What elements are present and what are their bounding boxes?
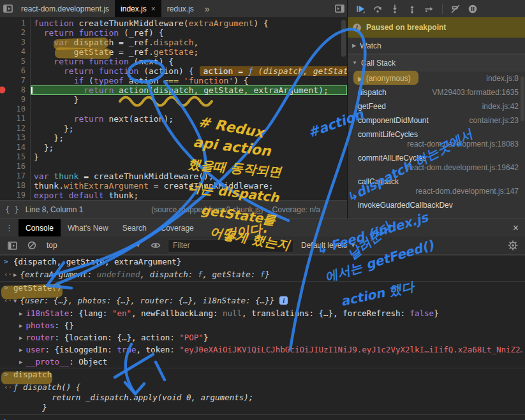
console-child-row[interactable]: ▶router: {location: {…}, action: "POP"} — [0, 331, 525, 344]
code-line-7[interactable]: 7 if (typeof action === 'function') { — [0, 76, 347, 85]
code-line-18[interactable]: 18thunk.withExtraArgument = createThunkM… — [0, 181, 347, 191]
line-number[interactable]: 6 — [0, 66, 31, 76]
console-result-row[interactable]: ‹·▶{extraArgument: undefined, dispatch: … — [0, 268, 525, 281]
drawer-tab-what-s-new[interactable]: What's New — [61, 219, 115, 236]
line-number[interactable]: 15 — [0, 152, 31, 162]
console-result-row[interactable]: ‹·▼{user: {…}, photos: {…}, router: {…},… — [0, 294, 525, 307]
clear-console-icon[interactable] — [24, 238, 40, 252]
line-number[interactable]: 7 — [0, 76, 31, 85]
file-tab[interactable]: index.js× — [115, 0, 161, 17]
line-number[interactable]: 16 — [0, 162, 31, 171]
expand-caret-icon[interactable]: ▶ — [19, 345, 22, 355]
console-sidebar-toggle-icon[interactable] — [4, 238, 20, 252]
code-line-19[interactable]: 19export default thunk; — [0, 191, 347, 200]
drawer-tab-search[interactable]: Search — [115, 219, 154, 236]
code-line-17[interactable]: 17var thunk = createThunkMiddleware(); — [0, 171, 347, 181]
callstack-frame[interactable]: commitLifeCyclesreact-dom.development.js… — [348, 127, 525, 151]
code-line-15[interactable]: 15} — [0, 152, 347, 162]
line-number[interactable]: 19 — [0, 191, 31, 200]
expand-caret-icon[interactable]: ▶ — [19, 321, 22, 331]
code-line-2[interactable]: 2 return function (_ref) { — [0, 28, 347, 38]
code-line-5[interactable]: 5 return function (next) { — [0, 57, 347, 66]
step-over-button[interactable] — [370, 2, 385, 16]
console-prompt-row[interactable]: > — [0, 414, 525, 420]
line-number[interactable]: 17 — [0, 171, 31, 181]
code-line-14[interactable]: 14 }; — [0, 143, 347, 152]
drawer-menu-icon[interactable]: ⋮ — [0, 223, 18, 233]
close-tab-icon[interactable]: × — [151, 4, 156, 13]
line-number[interactable]: 14 — [0, 143, 31, 152]
callstack-frame[interactable]: invokeGuardedCallbackDev — [348, 198, 525, 212]
log-levels-dropdown[interactable]: Default levels ▼ — [301, 241, 356, 250]
line-number[interactable]: 13 — [0, 133, 31, 143]
line-number[interactable]: 11 — [0, 114, 31, 124]
drawer-tab-coverage[interactable]: Coverage — [154, 219, 201, 236]
code-line-4[interactable]: 4 getState = _ref.getState; — [0, 47, 347, 57]
code-scrollbar[interactable] — [341, 20, 346, 57]
expand-caret-icon[interactable]: ▶ — [13, 270, 17, 280]
step-button[interactable] — [422, 2, 437, 16]
file-tab[interactable]: react-dom.development.js — [15, 0, 115, 17]
code-line-9[interactable]: 9 } — [0, 95, 347, 105]
resume-button[interactable] — [353, 2, 368, 16]
expand-caret-icon[interactable]: ▼ — [13, 296, 17, 306]
console-child-row[interactable]: ▶i18nState: {lang: "en", newFallbackLang… — [0, 307, 525, 319]
code-line-10[interactable]: 10 — [0, 105, 347, 114]
source-map-link[interactable]: 0.chunk.js — [226, 205, 261, 214]
console-result-row[interactable]: ‹·ƒ dispatch() { return _dispatch.apply(… — [0, 381, 525, 414]
filter-input[interactable] — [168, 239, 294, 252]
pause-on-exceptions-button[interactable] — [465, 2, 480, 16]
console-child-row[interactable]: ▶photos: {} — [0, 319, 525, 331]
live-expression-eye-icon[interactable] — [148, 238, 163, 252]
code-line-12[interactable]: 12 }; — [0, 124, 347, 133]
callstack-frame[interactable]: componentDidMountcontainer.js:23 — [348, 113, 525, 127]
line-number[interactable]: 9 — [0, 95, 31, 105]
step-into-button[interactable] — [387, 2, 403, 16]
console-settings-gear-icon[interactable] — [505, 238, 521, 252]
console-child-row[interactable]: ▶__proto__: Object — [0, 356, 525, 368]
expand-caret-icon[interactable]: ▶ — [19, 308, 22, 319]
line-number[interactable]: 4 — [0, 47, 31, 57]
file-tab[interactable]: redux.js — [161, 0, 200, 17]
watch-section-header[interactable]: ▶ Watch — [348, 38, 525, 54]
callstack-frame[interactable]: ▶(anonymous)index.js:8 — [348, 71, 525, 85]
close-drawer-icon[interactable]: × — [507, 222, 525, 234]
code-editor[interactable]: 1function createThunkMiddleware(extraArg… — [0, 17, 347, 200]
step-out-button[interactable] — [404, 2, 420, 16]
callstack-scrollbar[interactable] — [521, 76, 524, 121]
code-line-1[interactable]: 1function createThunkMiddleware(extraArg… — [0, 18, 347, 28]
line-number[interactable]: 5 — [0, 57, 31, 66]
code-line-11[interactable]: 11 return next(action); — [0, 114, 347, 124]
console-input-row[interactable]: >getState() — [0, 281, 525, 294]
callstack-frame[interactable]: getFeedindex.js:42 — [348, 99, 525, 113]
callstack-frame[interactable]: callCallbackreact-dom.development.js:147 — [348, 175, 525, 198]
line-number[interactable]: 3 — [0, 38, 31, 47]
line-number[interactable]: 12 — [0, 124, 31, 133]
code-line-6[interactable]: 6 return function (action) {action = ƒ (… — [0, 66, 347, 76]
callstack-frame[interactable]: commitAllLifeCyclesreact-dom.development… — [348, 151, 525, 175]
callstack-frame[interactable]: dispatchVM29403:formatted:1635 — [348, 85, 525, 99]
code-line-13[interactable]: 13 }; — [0, 133, 347, 143]
deactivate-breakpoints-button[interactable] — [448, 2, 463, 16]
line-number[interactable]: 10 — [0, 105, 31, 114]
code-line-3[interactable]: 3 var dispatch = _ref.dispatch, — [0, 38, 347, 47]
context-selector[interactable]: top ▼ — [44, 241, 144, 250]
line-number[interactable]: 8 — [0, 85, 31, 95]
line-number[interactable]: 2 — [0, 28, 31, 38]
line-number[interactable]: 1 — [0, 18, 31, 28]
sources-sidebar-toggle-icon[interactable] — [332, 2, 347, 16]
expand-caret-icon[interactable]: ▶ — [19, 333, 22, 343]
tab-overflow-button[interactable]: » — [200, 4, 215, 14]
drawer-tab-console[interactable]: Console — [18, 219, 61, 236]
pretty-print-icon[interactable]: { } — [5, 205, 19, 214]
expand-caret-icon[interactable]: ▶ — [19, 357, 22, 367]
navigator-toggle-icon[interactable] — [0, 2, 15, 16]
code-line-8[interactable]: 8 return action(dispatch, getState, extr… — [0, 85, 347, 95]
callstack-section-header[interactable]: ▼ Call Stack — [348, 54, 525, 71]
console-input-row[interactable]: >{dispatch, getState, extraArgument} — [0, 255, 525, 268]
line-number[interactable]: 18 — [0, 181, 31, 191]
info-badge-icon[interactable]: i — [279, 296, 288, 305]
console-input-row[interactable]: >dispatch — [0, 368, 525, 381]
console-child-row[interactable]: ▶user: {isLoggedIn: true, token: "eyJ0eX… — [0, 344, 525, 356]
code-line-16[interactable]: 16 — [0, 162, 347, 171]
